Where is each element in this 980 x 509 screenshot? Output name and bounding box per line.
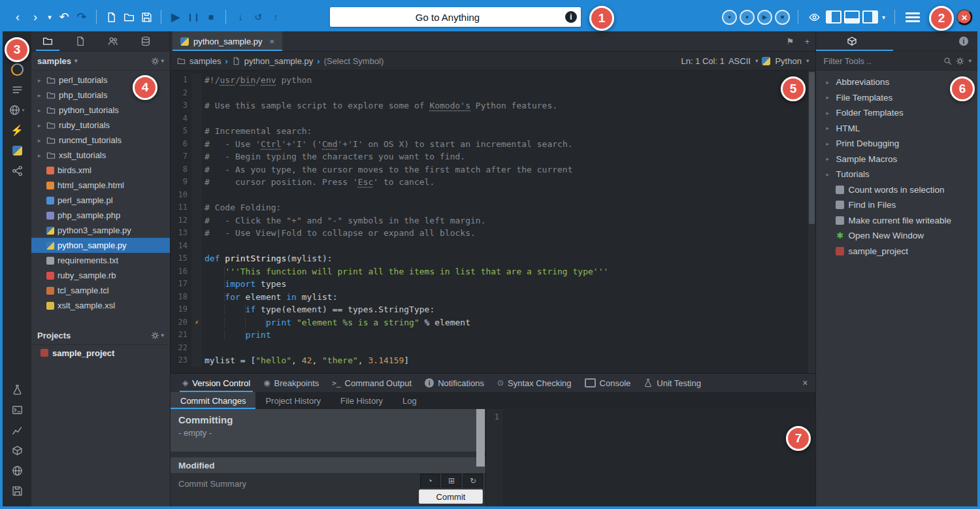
- main-menu-icon[interactable]: [906, 12, 920, 22]
- gear-icon[interactable]: [956, 57, 964, 65]
- publishing-globe-icon[interactable]: [3, 461, 31, 481]
- tool-item-folder-templates[interactable]: ▸Folder Templates: [816, 105, 977, 121]
- tree-item-html-sample-html[interactable]: html_sample.html: [31, 178, 170, 193]
- commit-pane-scrollbar[interactable]: [476, 409, 485, 467]
- step-out-button[interactable]: ↑: [267, 7, 284, 27]
- macro-record-icon[interactable]: ●: [722, 10, 737, 25]
- python-interpreter-icon[interactable]: [3, 140, 31, 161]
- tool-item-count-words-in-selection[interactable]: Count words in selection: [816, 182, 977, 198]
- tool-item-tutorials[interactable]: ▸Tutorials: [816, 167, 977, 182]
- tool-item-print-debugging[interactable]: ▸Print Debugging: [816, 136, 977, 152]
- panel-close-icon[interactable]: ×: [794, 378, 815, 388]
- new-tab-icon[interactable]: +: [798, 31, 815, 51]
- expand-arrow-icon[interactable]: ▸: [826, 125, 832, 131]
- tree-item-perl-sample-pl[interactable]: perl_sample.pl: [31, 193, 170, 208]
- save-button[interactable]: [138, 7, 155, 27]
- tree-item-xslt-tutorials[interactable]: ▸xslt_tutorials: [31, 148, 170, 163]
- pause-button[interactable]: ❙❙: [185, 7, 202, 27]
- open-diff-button[interactable]: ⊞: [442, 474, 461, 487]
- profiling-chart-icon[interactable]: [3, 420, 31, 440]
- breadcrumb-file[interactable]: python_sample.py: [244, 56, 314, 66]
- tool-item-find-in-files[interactable]: Find in Files: [816, 197, 977, 213]
- pin-tab-icon[interactable]: ⚑: [781, 31, 798, 51]
- pane-layout-dropdown-icon[interactable]: ▾: [882, 14, 885, 21]
- back-button[interactable]: ‹: [9, 7, 26, 27]
- macro-record-alt-icon[interactable]: ●: [740, 10, 755, 25]
- chevron-down-icon[interactable]: ▾: [968, 57, 972, 64]
- expand-arrow-icon[interactable]: ▸: [38, 77, 43, 84]
- tab-close-icon[interactable]: ×: [270, 37, 275, 46]
- places-title[interactable]: samples: [37, 56, 71, 66]
- scrollbar-thumb[interactable]: [809, 72, 815, 224]
- expand-arrow-icon[interactable]: ▸: [38, 137, 43, 144]
- tree-item-python3-sample-py[interactable]: python3_sample.py: [31, 223, 170, 238]
- editor-tab-python-sample[interactable]: python_sample.py ×: [172, 31, 282, 51]
- expand-arrow-icon[interactable]: ▸: [826, 156, 832, 162]
- filter-tools-input[interactable]: [822, 56, 939, 67]
- panel-tab-breakpoints[interactable]: ◉Breakpoints: [257, 374, 325, 392]
- collaboration-share-icon[interactable]: [3, 161, 31, 181]
- tree-item-birds-xml[interactable]: birds.xml: [31, 163, 170, 178]
- history-dropdown-icon[interactable]: ▾: [44, 7, 55, 27]
- new-file-button[interactable]: [103, 7, 120, 27]
- panel-tab-command-output[interactable]: >_Command Output: [325, 374, 418, 392]
- tab-toolbox[interactable]: [816, 36, 888, 46]
- tab-databases[interactable]: [129, 31, 162, 51]
- web-browser-icon[interactable]: ▾: [3, 100, 31, 120]
- panel-tab-syntax-checking[interactable]: ⊙Syntax Checking: [491, 374, 578, 392]
- tool-item-html[interactable]: ▸HTML: [816, 121, 977, 137]
- tool-item-sample-macros[interactable]: ▸Sample Macros: [816, 152, 977, 167]
- commit-summary-input[interactable]: [177, 478, 376, 502]
- history-button[interactable]: ◔: [420, 474, 440, 487]
- toggle-right-pane-button[interactable]: [862, 10, 878, 24]
- search-icon[interactable]: [943, 57, 952, 65]
- encoding-selector[interactable]: ASCII ▾: [728, 56, 759, 66]
- step-over-button[interactable]: ↺: [250, 7, 267, 27]
- commit-button[interactable]: Commit: [419, 489, 483, 504]
- panel-tab-console[interactable]: Console: [578, 374, 638, 392]
- terminal-icon[interactable]: [3, 400, 31, 420]
- projects-settings[interactable]: ▾: [151, 331, 164, 340]
- tool-item-open-new-window[interactable]: ✱Open New Window: [816, 228, 977, 244]
- expand-arrow-icon[interactable]: ▸: [38, 107, 43, 114]
- tree-item-php-sample-php[interactable]: php_sample.php: [31, 208, 170, 223]
- breadcrumb-folder[interactable]: samples: [189, 56, 221, 66]
- tool-item-make-current-file-writeable[interactable]: Make current file writeable: [816, 213, 977, 229]
- redo-button[interactable]: ↷: [73, 7, 90, 27]
- subtab-commit-changes[interactable]: Commit Changes: [171, 392, 255, 409]
- tab-collaboration[interactable]: [97, 31, 129, 51]
- unit-testing-icon[interactable]: [3, 380, 31, 400]
- expand-arrow-icon[interactable]: ▸: [38, 122, 43, 129]
- subtab-project-history[interactable]: Project History: [255, 392, 331, 409]
- undo-button[interactable]: ↶: [56, 7, 73, 27]
- tree-item-python-tutorials[interactable]: ▸python_tutorials: [31, 103, 170, 118]
- places-dropdown-icon[interactable]: ▾: [74, 57, 78, 64]
- tool-item-sample-project[interactable]: sample_project: [816, 244, 977, 259]
- quick-actions-bolt-icon[interactable]: ⚡: [3, 120, 31, 140]
- expand-arrow-icon[interactable]: ▸: [826, 171, 832, 178]
- macro-stop-icon[interactable]: ■: [775, 10, 790, 25]
- tree-item-requirements-txt[interactable]: requirements.txt: [31, 253, 170, 268]
- expand-arrow-icon[interactable]: ▸: [826, 140, 832, 147]
- toggle-bottom-pane-button[interactable]: [844, 10, 860, 24]
- goto-anything-input[interactable]: [330, 11, 565, 24]
- language-selector[interactable]: Python ▾: [762, 56, 809, 66]
- tree-item-ruby-tutorials[interactable]: ▸ruby_tutorials: [31, 118, 170, 133]
- panel-tab-notifications[interactable]: iNotifications: [418, 374, 491, 392]
- panel-info-icon[interactable]: i: [959, 37, 968, 46]
- editor-scrollbar[interactable]: [808, 71, 815, 373]
- tab-places[interactable]: [31, 31, 64, 51]
- open-file-button[interactable]: [120, 7, 137, 27]
- run-button[interactable]: ▶: [167, 7, 184, 27]
- projects-title[interactable]: Projects: [37, 331, 71, 340]
- expand-arrow-icon[interactable]: ▸: [826, 94, 832, 101]
- panel-tab-version-control[interactable]: ◈Version Control: [176, 374, 257, 392]
- forward-button[interactable]: ›: [27, 7, 44, 27]
- close-app-button[interactable]: ×: [956, 9, 972, 25]
- expand-arrow-icon[interactable]: ▸: [38, 152, 43, 159]
- stop-button[interactable]: ■: [203, 7, 220, 27]
- open-files-icon[interactable]: [3, 80, 31, 100]
- preview-eye-icon[interactable]: [806, 7, 823, 27]
- expand-arrow-icon[interactable]: ▸: [38, 92, 43, 99]
- info-icon[interactable]: i: [565, 11, 577, 23]
